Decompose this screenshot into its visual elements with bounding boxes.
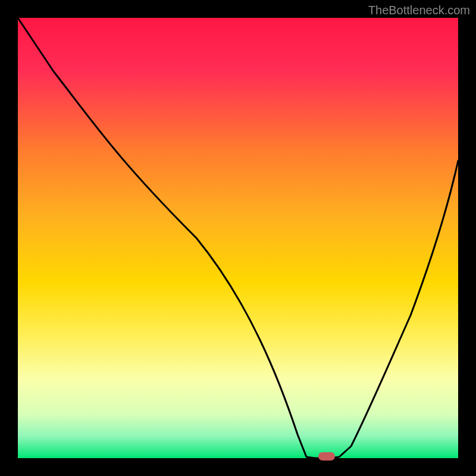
watermark-label: TheBottleneck.com bbox=[368, 4, 470, 17]
chart-container: TheBottleneck.com bbox=[0, 0, 476, 476]
bottleneck-chart bbox=[0, 0, 476, 476]
optimal-point-marker bbox=[318, 452, 335, 461]
plot-background bbox=[18, 18, 458, 458]
